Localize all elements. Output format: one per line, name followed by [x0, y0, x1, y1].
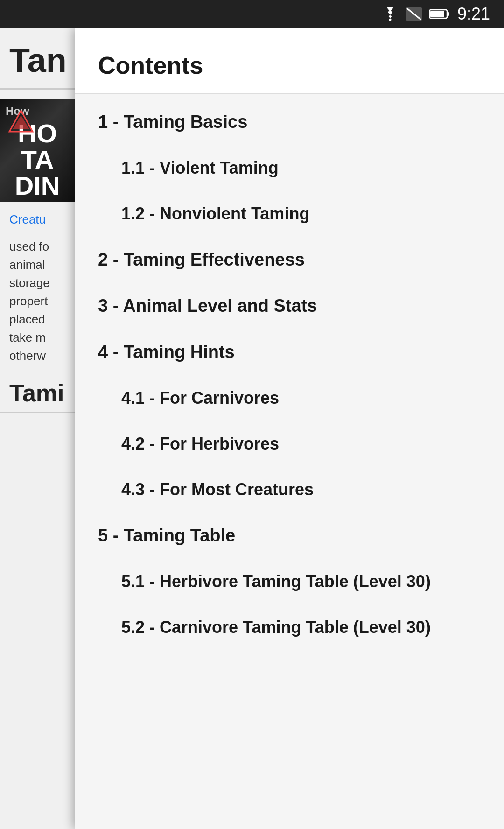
svg-point-0: [389, 19, 391, 21]
wifi-icon: [382, 7, 399, 21]
bg-body-text-4: propert: [0, 292, 75, 310]
bg-body-text-1: used fo: [0, 238, 75, 256]
toc-item-item-4-1[interactable]: 4.1 - For Carnivores: [75, 375, 504, 421]
bg-body-text-2: animal: [0, 256, 75, 274]
bg-body-text-3: storage: [0, 274, 75, 292]
toc-list: 1 - Taming Basics1.1 - Violent Taming1.2…: [75, 94, 504, 655]
toc-item-item-2[interactable]: 2 - Taming Effectiveness: [75, 237, 504, 283]
toc-item-item-5[interactable]: 5 - Taming Table: [75, 513, 504, 559]
toc-item-item-1[interactable]: 1 - Taming Basics: [75, 99, 504, 145]
bg-section-divider: [0, 412, 75, 413]
bg-title-divider: [0, 88, 75, 90]
contents-title: Contents: [98, 52, 203, 79]
svg-rect-4: [447, 12, 449, 16]
bg-body-text-5: placed: [0, 310, 75, 329]
bg-section-title: Tami: [0, 365, 75, 412]
svg-rect-5: [430, 11, 444, 17]
toc-item-item-5-1[interactable]: 5.1 - Herbivore Taming Table (Level 30): [75, 559, 504, 604]
battery-icon: [429, 8, 450, 20]
toc-item-item-5-2[interactable]: 5.2 - Carnivore Taming Table (Level 30): [75, 604, 504, 650]
status-icons: 9:21: [382, 4, 490, 24]
signal-icon: [406, 7, 422, 21]
toc-item-item-4[interactable]: 4 - Taming Hints: [75, 329, 504, 375]
status-bar: 9:21: [0, 0, 504, 28]
toc-item-item-3[interactable]: 3 - Animal Level and Stats: [75, 283, 504, 329]
toc-item-item-4-2[interactable]: 4.2 - For Herbivores: [75, 421, 504, 467]
contents-header: Contents: [75, 28, 504, 94]
background-page: Tan How HO TA DIN Creatu used fo animal …: [0, 28, 75, 829]
contents-panel: Contents 1 - Taming Basics1.1 - Violent …: [75, 28, 504, 829]
toc-item-item-1-2[interactable]: 1.2 - Nonviolent Taming: [75, 191, 504, 237]
bg-page-title: Tan: [0, 28, 75, 88]
bg-thumbnail: How HO TA DIN: [0, 99, 75, 202]
toc-item-item-1-1[interactable]: 1.1 - Violent Taming: [75, 145, 504, 191]
toc-item-item-4-3[interactable]: 4.3 - For Most Creatures: [75, 467, 504, 513]
bg-body-text-6: take m: [0, 329, 75, 347]
time-display: 9:21: [457, 4, 490, 24]
bg-body-text-7: otherw: [0, 347, 75, 365]
bg-creatures-link[interactable]: Creatu: [0, 202, 75, 237]
bg-triangle-icon: [8, 108, 34, 134]
